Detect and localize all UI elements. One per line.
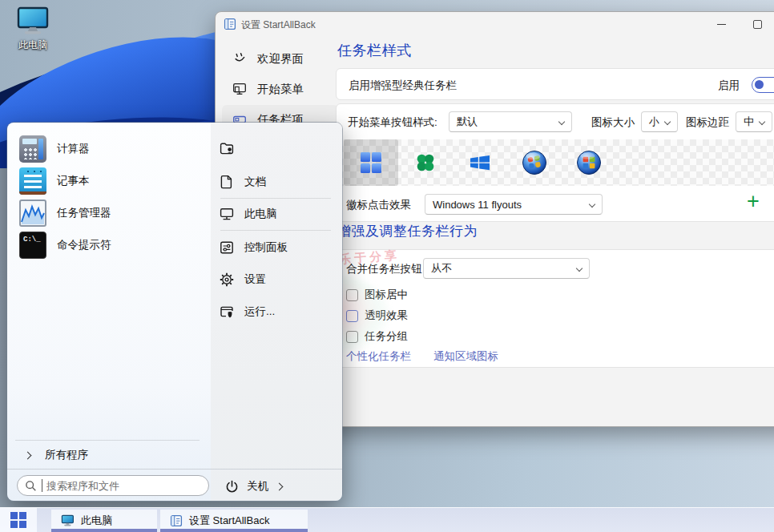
start-menu-item-documents[interactable]: 文档: [219, 174, 266, 190]
minimize-button[interactable]: [704, 12, 738, 36]
start-menu-item-task-manager[interactable]: 任务管理器: [14, 198, 204, 228]
toggle-knob: [755, 80, 764, 89]
checkbox-box: [346, 310, 358, 322]
orb-option-windows11[interactable]: [344, 139, 398, 186]
chevron-down-icon: [558, 119, 565, 125]
search-box: [17, 475, 209, 496]
start-menu-item-control-panel[interactable]: 控制面板: [219, 240, 288, 256]
checkbox-label: 图标居中: [365, 288, 408, 302]
checkbox-label: 任务分组: [365, 329, 408, 344]
icon-margin-select[interactable]: 中: [736, 111, 772, 132]
start-menu-separator: [220, 230, 331, 231]
all-programs-button[interactable]: 所有程序: [15, 445, 200, 466]
start-menu-item-label: 此电脑: [244, 207, 277, 221]
checkbox-task-grouping[interactable]: 任务分组: [346, 329, 408, 344]
start-menu-footer-divider: [7, 469, 342, 470]
start-menu-item-calculator[interactable]: 计算器: [14, 134, 204, 164]
computer-icon: [15, 6, 50, 37]
taskbar-button-startallback[interactable]: 设置 StartAllBack: [160, 510, 308, 532]
icon-margin-value: 中: [744, 115, 754, 129]
sidebar-item-label: 欢迎界面: [257, 51, 304, 66]
desktop-icon-label: 此电脑: [6, 38, 59, 52]
checkbox-center-icons[interactable]: 图标居中: [346, 288, 408, 302]
startallback-icon: [224, 18, 236, 30]
document-icon: [219, 174, 235, 190]
shutdown-label: 关机: [247, 479, 268, 494]
window-titlebar: 设置 StartAllBack: [216, 12, 774, 36]
window-title: 设置 StartAllBack: [241, 18, 316, 32]
chevron-down-icon: [664, 119, 671, 125]
enable-classic-taskbar-toggle[interactable]: [752, 77, 774, 93]
computer-icon: [219, 206, 235, 222]
combine-buttons-value: 从不: [431, 261, 452, 276]
combine-buttons-select[interactable]: 从不: [423, 258, 590, 279]
icon-margin-label: 图标边距: [686, 115, 729, 130]
start-menu-item-label: 记事本: [57, 174, 90, 188]
combine-buttons-label: 合并任务栏按钮: [346, 262, 422, 276]
active-indicator: [51, 529, 157, 532]
enable-classic-taskbar-label: 启用增强型经典任务栏: [349, 79, 457, 93]
orb-option-windows-vista[interactable]: [562, 139, 616, 186]
start-menu-item-label: 运行...: [244, 304, 275, 319]
enable-classic-taskbar-card: 启用增强型经典任务栏 启用: [336, 68, 774, 100]
orb-option-windows7[interactable]: [507, 139, 562, 186]
orb-option-windows10[interactable]: [453, 139, 507, 186]
start-menu-item-this-pc[interactable]: 此电脑: [219, 206, 277, 222]
start-button-style-card: 开始菜单按钮样式: 默认 图标大小 小 图标边距 中: [336, 103, 774, 222]
start-button-style-value: 默认: [457, 115, 478, 129]
settings-content: 任务栏样式 启用增强型经典任务栏 启用 开始菜单按钮样式: 默认 图标大小 小 …: [336, 36, 774, 428]
screen: 此电脑 设置 StartAllBack 欢迎界面: [0, 0, 774, 532]
behavior-card: 合并任务栏按钮 从不 图标居中 透明效果 任务分组 个性化任务栏: [336, 249, 774, 368]
startallback-icon: [170, 514, 183, 527]
sidebar-item-welcome[interactable]: 欢迎界面: [222, 44, 339, 73]
checkbox-box: [346, 289, 358, 301]
power-icon: [225, 480, 239, 494]
icon-size-value: 小: [649, 115, 659, 129]
link-notification-area-icons[interactable]: 通知区域图标: [433, 349, 498, 364]
sidebar-item-start-menu[interactable]: 开始菜单: [222, 75, 339, 103]
logo-click-select[interactable]: Windows 11 flyouts: [425, 194, 603, 215]
icon-size-select[interactable]: 小: [641, 111, 678, 132]
start-menu-item-label: 文档: [244, 175, 266, 189]
start-menu-item-settings[interactable]: 设置: [219, 272, 266, 288]
add-orb-button[interactable]: +: [747, 191, 760, 212]
desktop-icon-this-pc[interactable]: 此电脑: [6, 6, 59, 52]
start-menu-item-user-folder[interactable]: [219, 140, 244, 156]
behavior-links: 个性化任务栏 通知区域图标: [346, 349, 498, 364]
maximize-button[interactable]: [740, 12, 774, 36]
start-menu-item-notepad[interactable]: 记事本: [14, 166, 204, 196]
start-menu: 计算器 记事本 任务管理器 C:\_ 命令提示符: [6, 122, 343, 502]
windows11-logo: [361, 152, 381, 173]
start-menu-item-label: 控制面板: [244, 240, 288, 255]
link-personalize-taskbar[interactable]: 个性化任务栏: [346, 349, 411, 364]
start-menu-item-run[interactable]: 运行...: [219, 304, 275, 320]
logo-click-label: 徽标点击效果: [346, 198, 411, 212]
task-manager-icon: [19, 200, 46, 227]
computer-icon: [61, 514, 75, 527]
checkbox-transparency[interactable]: 透明效果: [346, 308, 408, 323]
start-button[interactable]: [0, 508, 37, 532]
active-indicator: [160, 529, 308, 532]
shutdown-button[interactable]: 关机: [225, 477, 282, 496]
taskbar-button-label: 此电脑: [81, 514, 112, 528]
chevron-down-icon: [576, 265, 583, 272]
start-button-style-label: 开始菜单按钮样式:: [348, 115, 437, 130]
start-menu-item-command-prompt[interactable]: C:\_ 命令提示符: [14, 230, 204, 260]
enable-toggle-text: 启用: [718, 79, 740, 93]
sidebar-item-label: 开始菜单: [257, 82, 304, 97]
windows11-logo: [10, 512, 26, 528]
start-button-style-select[interactable]: 默认: [449, 111, 572, 132]
search-input[interactable]: [42, 479, 202, 492]
start-menu-item-label: 任务管理器: [57, 206, 111, 220]
taskbar-button-this-pc[interactable]: 此电脑: [51, 510, 157, 532]
user-folder-icon: [219, 140, 235, 156]
gear-icon: [219, 272, 235, 288]
start-menu-item-label: 命令提示符: [57, 238, 111, 252]
logo-click-value: Windows 11 flyouts: [433, 199, 522, 211]
windows10-logo: [470, 154, 490, 171]
start-menu-item-label: 计算器: [57, 142, 90, 156]
orb-option-clover[interactable]: [398, 139, 453, 186]
checkbox-label: 透明效果: [365, 308, 408, 323]
maximize-icon: [753, 20, 762, 29]
all-programs-label: 所有程序: [45, 448, 88, 462]
